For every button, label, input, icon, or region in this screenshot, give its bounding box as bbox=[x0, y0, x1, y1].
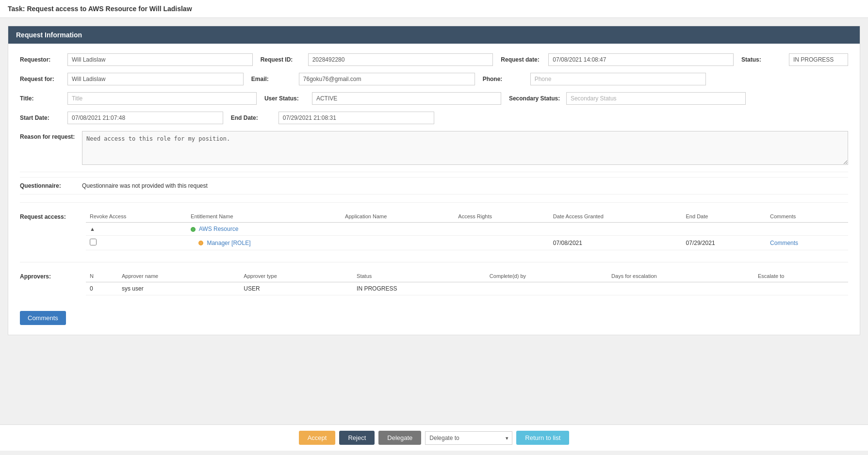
user-status-group: User Status: bbox=[264, 92, 501, 105]
approvers-section: Approvers: N Approver name Approver type… bbox=[20, 262, 848, 303]
start-date-label: Start Date: bbox=[20, 114, 64, 121]
col-end-date: End Date bbox=[682, 211, 767, 223]
form-row-1: Requestor: Request ID: Request date: bbox=[20, 53, 848, 66]
end-date-group: End Date: bbox=[231, 112, 434, 124]
comments-button[interactable]: Comments bbox=[20, 311, 66, 325]
date-granted-cell-1 bbox=[549, 223, 682, 236]
approver-name: sys user bbox=[118, 282, 240, 295]
access-rights-cell-1 bbox=[454, 223, 549, 236]
accept-button[interactable]: Accept bbox=[299, 431, 336, 445]
status-label: Status: bbox=[741, 56, 785, 63]
status-group: Status: bbox=[741, 53, 848, 66]
questionnaire-row: Questionnaire: Questionnaire was not pro… bbox=[20, 177, 848, 195]
secondary-status-group: Secondary Status: bbox=[509, 92, 746, 105]
application-cell-1 bbox=[341, 223, 454, 236]
status-input[interactable] bbox=[789, 53, 848, 66]
request-date-input[interactable] bbox=[548, 53, 734, 66]
green-circle-icon bbox=[191, 227, 196, 232]
form-row-4: Start Date: End Date: bbox=[20, 112, 848, 124]
title-input[interactable] bbox=[67, 92, 257, 105]
comments-link[interactable]: Comments bbox=[770, 240, 798, 246]
approver-n: 0 bbox=[86, 282, 118, 295]
start-date-input[interactable] bbox=[67, 112, 223, 124]
reason-row: Reason for request: Need access to this … bbox=[20, 131, 848, 165]
request-access-header-row: Revoke Access Entitlement Name Applicati… bbox=[86, 211, 848, 223]
entitlement-cell-2: Manager [ROLE] bbox=[187, 236, 341, 250]
col-status: Status bbox=[353, 270, 486, 282]
table-row: ▲ AWS Resource bbox=[86, 223, 848, 236]
request-date-label: Request date: bbox=[501, 56, 544, 63]
delegate-button[interactable]: Delegate bbox=[378, 431, 421, 445]
approvers-header-row: N Approver name Approver type Status Com… bbox=[86, 270, 848, 282]
col-comments: Comments bbox=[766, 211, 848, 223]
request-for-group: Request for: bbox=[20, 73, 244, 85]
access-rights-cell-2 bbox=[454, 236, 549, 250]
approvers-content: N Approver name Approver type Status Com… bbox=[86, 270, 848, 295]
approver-days-escalation bbox=[607, 282, 754, 295]
application-cell-2 bbox=[341, 236, 454, 250]
approvers-table: N Approver name Approver type Status Com… bbox=[86, 270, 848, 295]
title-group: Title: bbox=[20, 92, 257, 105]
title-label: Title: bbox=[20, 95, 64, 102]
comments-cell-1 bbox=[766, 223, 848, 236]
phone-input[interactable] bbox=[530, 73, 706, 85]
requestor-input[interactable] bbox=[67, 53, 253, 66]
col-revoke-access: Revoke Access bbox=[86, 211, 187, 223]
entitlement-cell-1: AWS Resource bbox=[187, 223, 341, 236]
col-application-name: Application Name bbox=[341, 211, 454, 223]
col-entitlement-name: Entitlement Name bbox=[187, 211, 341, 223]
email-input[interactable] bbox=[299, 73, 475, 85]
delegate-to-select[interactable]: Delegate to bbox=[425, 431, 512, 445]
request-access-label: Request access: bbox=[20, 211, 78, 220]
phone-label: Phone: bbox=[483, 76, 526, 82]
form-row-3: Title: User Status: Secondary Status: bbox=[20, 92, 848, 105]
user-status-input[interactable] bbox=[312, 92, 501, 105]
date-granted-cell-2: 07/08/2021 bbox=[549, 236, 682, 250]
tree-arrow-icon: ▲ bbox=[90, 226, 95, 232]
request-for-label: Request for: bbox=[20, 76, 64, 82]
revoke-checkbox-2[interactable] bbox=[90, 239, 97, 245]
request-access-table: Revoke Access Entitlement Name Applicati… bbox=[86, 211, 848, 250]
phone-group: Phone: bbox=[483, 73, 706, 85]
email-label: Email: bbox=[251, 76, 295, 82]
questionnaire-label: Questionnaire: bbox=[20, 182, 78, 189]
footer-action-bar: Accept Reject Delegate Delegate to Retur… bbox=[0, 424, 868, 451]
comments-button-area: Comments bbox=[20, 311, 848, 325]
email-group: Email: bbox=[251, 73, 475, 85]
approver-completed-by bbox=[486, 282, 607, 295]
reason-label: Reason for request: bbox=[20, 131, 78, 140]
page-title: Task: Request access to AWS Resource for… bbox=[0, 0, 868, 18]
end-date-cell-1 bbox=[682, 223, 767, 236]
request-for-input[interactable] bbox=[67, 73, 244, 85]
request-date-group: Request date: bbox=[501, 53, 734, 66]
revoke-cell-1: ▲ bbox=[86, 223, 187, 236]
col-date-access-granted: Date Access Granted bbox=[549, 211, 682, 223]
reject-button[interactable]: Reject bbox=[339, 431, 375, 445]
orange-circle-icon bbox=[198, 241, 203, 245]
request-id-input[interactable] bbox=[308, 53, 493, 66]
start-date-group: Start Date: bbox=[20, 112, 223, 124]
request-information-card: Request Information Requestor: Request I… bbox=[8, 26, 860, 335]
col-approver-type: Approver type bbox=[240, 270, 353, 282]
col-approver-name: Approver name bbox=[118, 270, 240, 282]
secondary-status-label: Secondary Status: bbox=[509, 95, 562, 102]
return-to-list-button[interactable]: Return to list bbox=[516, 431, 569, 445]
col-completed-by: Complete(d) by bbox=[486, 270, 607, 282]
approver-type: USER bbox=[240, 282, 353, 295]
comments-cell-2: Comments bbox=[766, 236, 848, 250]
form-row-2: Request for: Email: Phone: bbox=[20, 73, 848, 85]
card-body: Requestor: Request ID: Request date: bbox=[8, 44, 860, 335]
table-row: Manager [ROLE] 07/08/2021 07/29/2021 Com… bbox=[86, 236, 848, 250]
secondary-status-input[interactable] bbox=[566, 92, 746, 105]
end-date-input[interactable] bbox=[278, 112, 434, 124]
request-id-label: Request ID: bbox=[261, 56, 304, 63]
request-access-content: Revoke Access Entitlement Name Applicati… bbox=[86, 211, 848, 250]
reason-textarea[interactable]: Need access to this role for my position… bbox=[82, 131, 848, 165]
col-n: N bbox=[86, 270, 118, 282]
request-access-section: Request access: Revoke Access Entitlemen… bbox=[20, 202, 848, 258]
col-access-rights: Access Rights bbox=[454, 211, 549, 223]
table-row: 0 sys user USER IN PROGRESS bbox=[86, 282, 848, 295]
col-escalate-to: Escalate to bbox=[754, 270, 848, 282]
entitlement-name-1: AWS Resource bbox=[199, 226, 239, 232]
end-date-cell-2: 07/29/2021 bbox=[682, 236, 767, 250]
